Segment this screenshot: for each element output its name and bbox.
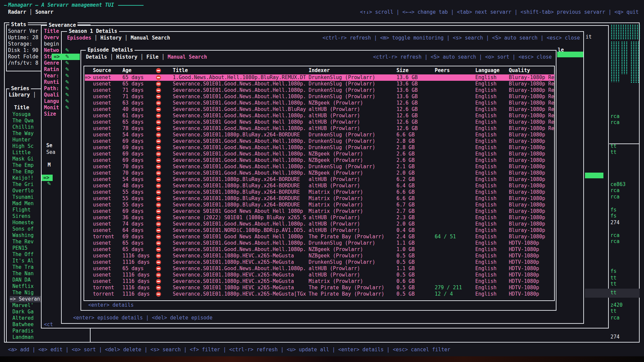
release-row[interactable]: usenet55 daysSeverance.S01E01.1080p.BluR… <box>85 195 554 202</box>
release-size: 2.3 GB <box>396 215 432 221</box>
release-row[interactable]: usenet48 daysSeverance.S01E01.1080p.BluR… <box>85 183 554 189</box>
release-row[interactable]: usenet64 daysSeverance.S01E01.NORDiC.108… <box>85 227 554 234</box>
release-row[interactable]: torrent1116 daysSeverance S01E01 1080p H… <box>85 285 554 291</box>
release-indexer: DrunkenSlug (Prowlarr) <box>309 74 396 81</box>
release-row[interactable]: usenet55 daysSeverance.S01E01.1080p.BluR… <box>85 202 554 208</box>
row-selector <box>85 246 93 253</box>
monitored-icon: ✎ <box>65 92 69 98</box>
release-row[interactable]: usenet55 daysSeverance.S01E01.1080p.BluR… <box>85 189 554 195</box>
release-rejected <box>156 278 173 285</box>
release-peers <box>432 259 474 265</box>
release-row[interactable]: usenet71 daysSeverance.S01E01.Good.News.… <box>85 87 554 94</box>
rejected-icon <box>156 68 161 73</box>
release-row[interactable]: usenet69 daysSeverance.S01E01.Good.News.… <box>85 144 554 151</box>
release-source: usenet <box>93 81 122 87</box>
release-row[interactable]: usenet69 daysSeverance S01E01 Good News … <box>85 208 554 215</box>
release-row[interactable]: usenet78 daysSeverance.S01E01.Good.News.… <box>85 125 554 132</box>
release-size: 2.8 GB <box>396 138 432 144</box>
row-selector <box>85 253 93 259</box>
rejected-icon <box>156 273 161 278</box>
release-age: 69 days <box>122 151 156 157</box>
release-row[interactable]: usenet69 daysSeverance.S01E01.Good.News.… <box>85 157 554 164</box>
series-detail-field-label: Overv <box>44 35 61 41</box>
release-row[interactable]: usenet74 daysSeverance.S01E01.Good.News.… <box>85 221 554 227</box>
release-age: 65 days <box>122 265 156 272</box>
background-text-fragment: rca <box>610 187 620 194</box>
background-text-fragment: rca <box>610 232 620 239</box>
release-row[interactable]: usenet54 daysSeverance.S01E01.1080p.BluR… <box>85 132 554 138</box>
monitored-icon: ✎ <box>65 47 69 54</box>
release-row[interactable]: =>usenet65 days1.Good.News.About.Hell.10… <box>85 74 554 81</box>
release-title: Severance.S01E01.Good.News.About.Hell.10… <box>173 138 309 144</box>
release-row[interactable]: usenet69 daysSeverance.S01E01.Good.News.… <box>85 138 554 144</box>
selected-episode-row-highlight[interactable]: =>✎ <box>52 54 80 60</box>
release-row[interactable]: usenet40 daysSeverance.S01E01.Good.News.… <box>85 106 554 113</box>
release-row[interactable]: usenet70 daysSeverance.S01E01.Good.News.… <box>85 170 554 176</box>
release-row[interactable]: usenet54 daysSeverance.S01E01.1080p.BluR… <box>85 176 554 183</box>
release-source: usenet <box>93 100 122 106</box>
selected-season-row-highlight[interactable]: => <box>42 175 53 181</box>
tab-manual-search[interactable]: Manual Search <box>131 35 170 41</box>
release-source: usenet <box>93 253 122 259</box>
row-selector <box>85 227 93 234</box>
release-title: Severance.S01E01.NORDiC.1080p.BDRip.AV1.… <box>173 227 309 234</box>
row-selector <box>85 272 93 278</box>
rejected-icon <box>156 222 161 227</box>
release-indexer: NZBgeek (Prowlarr) <box>309 170 396 176</box>
background-text-fragment: le <box>558 47 564 53</box>
release-peers <box>432 81 474 87</box>
column-header-rejected <box>156 67 173 74</box>
series-item[interactable]: Landman <box>10 334 89 341</box>
series-item[interactable]: Paradis <box>10 328 89 334</box>
row-selector <box>85 125 93 132</box>
release-title: Severance.S01E01.Good.News.About.Hell.10… <box>173 144 309 151</box>
release-row[interactable]: usenet1116 daysSeverance.S01E01.1080p.HE… <box>85 278 554 285</box>
tab-library[interactable]: Library│ <box>9 92 39 98</box>
rejected-icon <box>156 120 161 125</box>
release-row[interactable]: usenet69 daysSeverance.S01E01.Good.News.… <box>85 151 554 157</box>
release-language: English <box>474 151 509 157</box>
release-row[interactable]: torrent69 daysSeverance S01E01 Good News… <box>85 234 554 240</box>
release-row[interactable]: usenet1116 daysSeverance.S01E01.1080p.HE… <box>85 253 554 259</box>
row-selector <box>85 285 93 291</box>
rejected-icon <box>156 228 161 233</box>
release-row[interactable]: usenet1116 daysSeverance.S01E01.1080p.HE… <box>85 259 554 265</box>
release-row[interactable]: usenet63 daysSeverance.S01E01.Good.News.… <box>85 100 554 106</box>
release-row[interactable]: usenet65 daysSeverance.S01E01 Good News … <box>85 119 554 125</box>
release-row[interactable]: usenet1116 daysSeverance.S01E01.1080p.HE… <box>85 272 554 278</box>
background-text-fragment: M <box>48 162 51 168</box>
monitored-icon: ✎ <box>65 98 69 105</box>
monitored-icon: ✎ <box>65 85 69 92</box>
release-row[interactable]: usenet65 daysSeverance.S01E01.Good.News.… <box>85 265 554 272</box>
release-language: English <box>474 221 509 227</box>
release-row[interactable]: usenet65 daysSeverance.S01E01.Good.News.… <box>85 81 554 87</box>
tab-sonarr[interactable]: Sonarr <box>35 9 53 15</box>
release-row[interactable]: usenet65 daysSeverance.S01E01.Good.News.… <box>85 240 554 246</box>
release-peers <box>432 240 474 246</box>
release-title: Severance.S01E01.Good.News.About.Hell.10… <box>173 265 309 272</box>
tab-radarr[interactable]: Radarr <box>8 9 26 15</box>
release-row[interactable]: usenet65 daysSeverance.S01E01.Good.News.… <box>85 246 554 253</box>
release-row[interactable]: usenet61 daysSeverance.S01E01.Good.News.… <box>85 113 554 119</box>
release-row[interactable]: usenet70 daysSeverance.S01E01.Good.News.… <box>85 164 554 170</box>
tab-history[interactable]: History <box>100 35 121 41</box>
release-row[interactable]: usenet36 daysSeverance (2022) S01E01 (10… <box>85 215 554 221</box>
release-age: 55 days <box>122 189 156 195</box>
tab-file[interactable]: File <box>147 54 159 60</box>
tab-separator: │ <box>107 54 116 60</box>
tab-episodes[interactable]: Episodes <box>67 35 91 41</box>
release-age: 69 days <box>122 138 156 144</box>
release-quality: Bluray-1080p Re <box>509 94 554 100</box>
tab-details[interactable]: Details <box>86 54 107 60</box>
title-border-dash <box>4 5 7 6</box>
background-green-bar <box>585 173 603 178</box>
tab-manual-search[interactable]: Manual Search <box>168 54 207 60</box>
release-language: English <box>474 285 509 291</box>
tab-history[interactable]: History <box>116 54 137 60</box>
release-row[interactable]: usenet71 daysSeverance.S01E01.Good.News.… <box>85 94 554 100</box>
release-row[interactable]: torrent1116 daysSeverance.S01E01.1080p.H… <box>85 291 554 297</box>
release-peers <box>432 151 474 157</box>
release-title: Severance.S01E01.1080p.HEVC.x265-MeGusta <box>173 259 309 265</box>
background-text-fragment: fs <box>610 207 616 213</box>
poster-ascii-art <box>630 41 640 83</box>
